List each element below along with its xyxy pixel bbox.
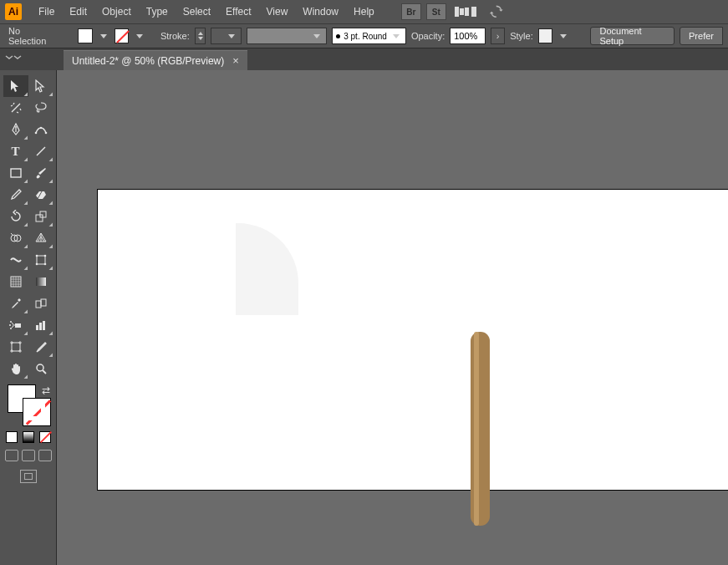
sync-settings-icon[interactable] xyxy=(488,3,505,20)
svg-point-11 xyxy=(35,255,38,257)
swap-fill-stroke-icon[interactable]: ⇄ xyxy=(42,384,52,394)
menu-help[interactable]: Help xyxy=(347,3,381,21)
width-tool[interactable] xyxy=(3,249,28,271)
type-tool[interactable]: T xyxy=(3,140,28,162)
gradient-tool[interactable] xyxy=(28,271,53,293)
document-tab-row: Untitled-2* @ 50% (RGB/Preview) × xyxy=(0,48,728,70)
rectangle-tool[interactable] xyxy=(3,162,28,184)
svg-point-22 xyxy=(10,328,12,329)
magic-wand-tool[interactable] xyxy=(3,97,28,119)
svg-rect-18 xyxy=(41,299,46,306)
svg-point-21 xyxy=(9,324,11,326)
lasso-tool[interactable] xyxy=(28,97,53,119)
svg-point-20 xyxy=(10,321,12,323)
draw-inside[interactable] xyxy=(38,450,52,461)
document-setup-button[interactable]: Document Setup xyxy=(590,27,675,45)
brush-dot-icon xyxy=(336,34,340,38)
rotate-tool[interactable] xyxy=(3,206,28,227)
color-mode-solid[interactable] xyxy=(6,431,18,443)
close-tab-button[interactable]: × xyxy=(232,54,239,67)
shape-builder-tool[interactable] xyxy=(3,227,28,249)
artboard-tool[interactable] xyxy=(3,336,28,358)
svg-line-4 xyxy=(37,147,45,155)
opacity-popup[interactable]: › xyxy=(491,28,505,44)
blend-tool[interactable] xyxy=(28,293,53,314)
draw-behind[interactable] xyxy=(22,450,35,461)
workspace: T xyxy=(0,70,728,565)
arrange-documents-button[interactable]: ▾ xyxy=(455,5,476,18)
stroke-weight-dropdown[interactable] xyxy=(211,28,242,44)
fill-swatch[interactable] xyxy=(78,28,92,43)
panel-collapse-grip[interactable] xyxy=(2,52,25,64)
svg-point-3 xyxy=(39,127,42,130)
stock-button[interactable]: St xyxy=(426,3,446,20)
eraser-tool[interactable] xyxy=(28,184,53,206)
selection-tool[interactable] xyxy=(3,75,28,97)
brush-label: 3 pt. Round xyxy=(344,32,387,41)
svg-line-28 xyxy=(43,370,46,374)
svg-rect-26 xyxy=(12,343,20,351)
mesh-tool[interactable] xyxy=(3,271,28,293)
pencil-tool[interactable] xyxy=(3,184,28,206)
svg-rect-10 xyxy=(37,256,45,264)
column-graph-tool[interactable] xyxy=(28,314,53,336)
hand-tool[interactable] xyxy=(3,358,28,379)
menu-edit[interactable]: Edit xyxy=(63,3,94,21)
eyedropper-tool[interactable] xyxy=(3,293,28,314)
menu-object[interactable]: Object xyxy=(95,3,138,21)
document-tab-title: Untitled-2* @ 50% (RGB/Preview) xyxy=(72,55,224,67)
svg-point-12 xyxy=(43,255,46,257)
svg-rect-6 xyxy=(36,215,43,221)
screen-mode-button[interactable] xyxy=(20,470,37,483)
svg-point-2 xyxy=(44,132,47,135)
chevron-down-icon xyxy=(393,34,400,38)
toolbox-stroke-swatch[interactable] xyxy=(23,398,51,426)
style-dropdown[interactable] xyxy=(560,34,567,38)
menu-view[interactable]: View xyxy=(260,3,295,21)
slice-tool[interactable] xyxy=(28,336,53,358)
menu-file[interactable]: File xyxy=(32,3,61,21)
selection-status: No Selection xyxy=(5,26,62,46)
app-logo: Ai xyxy=(5,3,22,20)
artboard[interactable] xyxy=(97,189,728,491)
curvature-tool[interactable] xyxy=(28,119,53,140)
artwork-quarter-shape[interactable] xyxy=(236,223,298,315)
variable-width-profile[interactable] xyxy=(247,28,327,44)
svg-point-13 xyxy=(35,263,38,266)
free-transform-tool[interactable] xyxy=(28,249,53,271)
color-mode-gradient[interactable] xyxy=(23,431,34,443)
direct-selection-tool[interactable] xyxy=(28,75,53,97)
pen-tool[interactable] xyxy=(3,119,28,140)
zoom-tool[interactable] xyxy=(28,358,53,379)
fill-stroke-indicator[interactable]: ⇄ xyxy=(4,384,53,426)
artwork-stick-shape[interactable] xyxy=(471,332,490,526)
paintbrush-tool[interactable] xyxy=(28,162,53,184)
graphic-style-swatch[interactable] xyxy=(538,28,552,43)
fill-dropdown[interactable] xyxy=(100,34,107,38)
menu-type[interactable]: Type xyxy=(140,3,175,21)
line-segment-tool[interactable] xyxy=(28,140,53,162)
control-bar: No Selection Stroke: 3 pt. Round Opacity… xyxy=(0,23,728,48)
menu-select[interactable]: Select xyxy=(176,3,217,21)
stroke-weight-stepper[interactable] xyxy=(195,28,206,44)
brush-definition[interactable]: 3 pt. Round xyxy=(332,28,406,44)
draw-normal[interactable] xyxy=(5,450,18,461)
document-tab[interactable]: Untitled-2* @ 50% (RGB/Preview) × xyxy=(64,50,247,70)
opacity-label: Opacity: xyxy=(411,31,445,41)
stroke-label: Stroke: xyxy=(160,31,190,41)
menu-effect[interactable]: Effect xyxy=(219,3,257,21)
perspective-grid-tool[interactable] xyxy=(28,227,53,249)
opacity-value[interactable]: 100% xyxy=(450,28,486,44)
stroke-dropdown[interactable] xyxy=(136,34,143,38)
color-mode-row xyxy=(6,431,51,443)
canvas-area[interactable] xyxy=(57,70,728,565)
preferences-button[interactable]: Prefer xyxy=(680,27,723,45)
scale-tool[interactable] xyxy=(28,206,53,227)
color-mode-none[interactable] xyxy=(39,431,51,443)
svg-point-1 xyxy=(34,132,37,135)
stroke-swatch[interactable] xyxy=(115,28,129,43)
bridge-button[interactable]: Br xyxy=(401,3,421,20)
menu-window[interactable]: Window xyxy=(296,3,345,21)
symbol-sprayer-tool[interactable] xyxy=(3,314,28,336)
svg-point-27 xyxy=(37,364,43,371)
